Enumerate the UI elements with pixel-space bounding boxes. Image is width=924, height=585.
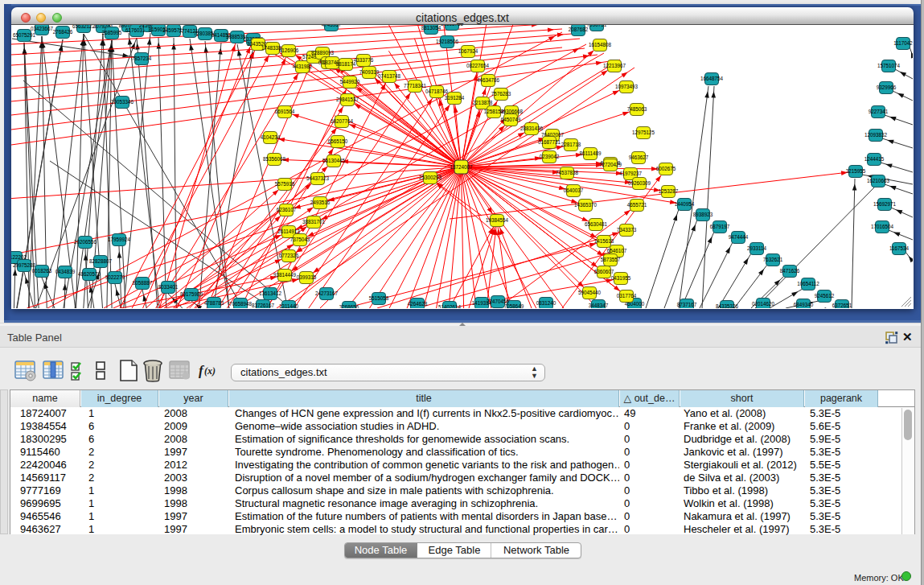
svg-text:3448347: 3448347 (589, 303, 609, 308)
svg-text:1117042: 1117042 (893, 40, 913, 46)
svg-text:6691564: 6691564 (275, 109, 295, 114)
svg-text:9022279: 9022279 (105, 274, 125, 280)
svg-text:65630481: 65630481 (585, 221, 608, 227)
svg-text:65075291: 65075291 (13, 32, 36, 38)
svg-text:1311440: 1311440 (279, 303, 299, 308)
svg-text:04718746: 04718746 (425, 89, 449, 94)
svg-text:3191284: 3191284 (445, 95, 465, 101)
svg-text:29841537: 29841537 (336, 97, 359, 102)
svg-text:9227341: 9227341 (869, 109, 889, 114)
svg-text:2213878: 2213878 (473, 100, 493, 105)
svg-text:83726167: 83726167 (252, 303, 275, 308)
svg-text:4104234: 4104234 (261, 134, 281, 140)
svg-text:0831240: 0831240 (536, 300, 556, 306)
svg-text:18724007: 18724007 (450, 164, 473, 170)
svg-text:6849340: 6849340 (794, 302, 814, 307)
svg-text:9474444: 9474444 (729, 234, 749, 240)
svg-text:1067924: 1067924 (458, 48, 478, 54)
svg-text:9329966: 9329966 (877, 84, 897, 90)
svg-text:6772326: 6772326 (279, 253, 299, 258)
svg-text:6236107: 6236107 (277, 207, 297, 212)
svg-text:22470455: 22470455 (487, 299, 510, 304)
svg-text:6879197: 6879197 (710, 224, 730, 229)
svg-text:6360607: 6360607 (594, 269, 614, 274)
svg-text:08227654: 08227654 (466, 63, 490, 68)
svg-text:93814449: 93814449 (273, 272, 297, 278)
svg-text:24273167: 24273167 (315, 290, 339, 296)
svg-text:12093832: 12093832 (864, 132, 888, 138)
svg-text:3215955: 3215955 (846, 168, 866, 174)
svg-text:9463627: 9463627 (629, 154, 649, 160)
svg-text:6565150: 6565150 (328, 138, 348, 144)
svg-text:4126906: 4126906 (279, 47, 299, 53)
svg-text:54437323: 54437323 (306, 175, 330, 181)
svg-text:7990751: 7990751 (587, 25, 607, 27)
svg-text:8737167: 8737167 (677, 302, 697, 307)
svg-text:4788783: 4788783 (204, 300, 224, 306)
svg-text:20206556: 20206556 (74, 239, 97, 245)
svg-text:12213967: 12213967 (603, 63, 626, 68)
svg-text:80175989: 80175989 (180, 291, 203, 297)
svg-text:07413748: 07413748 (378, 73, 401, 79)
svg-text:0018263: 0018263 (32, 268, 52, 274)
svg-text:2768426: 2768426 (53, 29, 73, 35)
svg-text:6372651: 6372651 (832, 303, 852, 308)
svg-text:56130445: 56130445 (322, 158, 346, 163)
svg-text:8471626: 8471626 (780, 268, 800, 274)
svg-text:2933114: 2933114 (747, 245, 767, 251)
svg-text:7576283: 7576283 (491, 91, 511, 97)
svg-text:51402614: 51402614 (438, 304, 462, 308)
svg-text:1440954: 1440954 (675, 201, 695, 207)
svg-text:82828807: 82828807 (89, 258, 113, 264)
svg-text:2281718: 2281718 (561, 142, 581, 147)
svg-text:65632122: 65632122 (72, 25, 96, 29)
svg-text:51313735: 51313735 (441, 25, 464, 27)
svg-text:8938923: 8938923 (693, 212, 713, 217)
svg-text:7857234: 7857234 (132, 56, 152, 61)
svg-text:6450749: 6450749 (501, 117, 521, 122)
svg-text:14365370: 14365370 (574, 202, 598, 208)
svg-text:8058887: 8058887 (133, 280, 153, 286)
svg-text:0434839: 0434839 (55, 269, 76, 274)
svg-text:2493516: 2493516 (310, 200, 331, 205)
svg-text:38831701: 38831701 (302, 219, 326, 225)
svg-text:09260309: 09260309 (628, 180, 651, 186)
svg-text:2685995: 2685995 (102, 30, 122, 35)
svg-text:1253287: 1253287 (659, 188, 679, 194)
svg-text:0317764: 0317764 (617, 293, 637, 299)
svg-text:0239042: 0239042 (540, 154, 560, 159)
svg-text:48620579: 48620579 (78, 271, 101, 277)
svg-text:7485063: 7485063 (627, 106, 647, 112)
svg-text:2087682: 2087682 (569, 27, 589, 32)
svg-text:5575918: 5575918 (275, 181, 295, 187)
svg-text:72720429: 72720429 (599, 162, 622, 167)
svg-text:02014620: 02014620 (752, 301, 775, 307)
svg-text:15751074: 15751074 (877, 63, 901, 68)
svg-text:85356068: 85356068 (263, 156, 286, 162)
svg-text:5873557: 5873557 (601, 257, 621, 262)
svg-text:4264628: 4264628 (408, 301, 428, 307)
svg-text:13613412: 13613412 (259, 290, 282, 296)
svg-text:7409319: 7409319 (359, 69, 380, 75)
svg-text:17016504: 17016504 (871, 224, 894, 229)
svg-text:74537838: 74537838 (556, 170, 579, 175)
svg-text:16648754: 16648754 (700, 76, 724, 81)
svg-text:25300293: 25300293 (419, 175, 442, 180)
svg-text:7375043: 7375043 (290, 237, 310, 242)
svg-text:59045440: 59045440 (578, 290, 602, 295)
svg-text:60207764: 60207764 (331, 118, 354, 124)
svg-text:10654112: 10654112 (797, 281, 819, 286)
svg-text:16154808: 16154808 (589, 42, 612, 47)
svg-text:9245612: 9245612 (815, 293, 835, 299)
svg-text:70658948: 70658948 (229, 301, 253, 307)
svg-text:1415618: 1415618 (594, 238, 614, 244)
svg-text:6546107: 6546107 (607, 248, 627, 253)
svg-text:28831436: 28831436 (520, 126, 544, 131)
svg-text:6002675: 6002675 (656, 166, 676, 171)
svg-text:19384554: 19384554 (486, 217, 509, 223)
svg-text:77718341: 77718341 (404, 83, 427, 89)
svg-text:17959924: 17959924 (108, 237, 131, 242)
svg-text:01687731: 01687731 (538, 139, 561, 145)
svg-text:0431955: 0431955 (611, 275, 631, 281)
svg-text:1167534: 1167534 (889, 245, 910, 251)
